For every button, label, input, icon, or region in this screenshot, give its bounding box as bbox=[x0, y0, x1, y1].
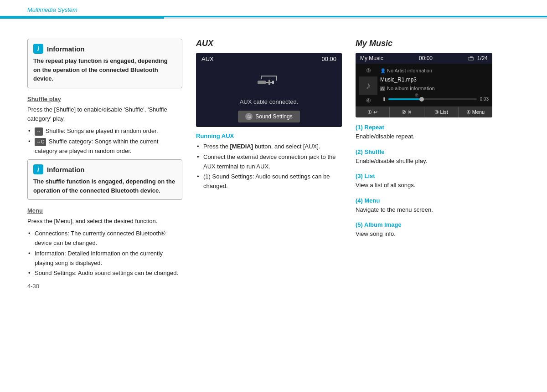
btn-repeat[interactable]: ① ↩ bbox=[356, 107, 390, 117]
menu-bullet-2: Information: Detailed information on the… bbox=[27, 249, 182, 268]
info-icon-1: i bbox=[33, 44, 43, 54]
page-number: 4-30 bbox=[27, 283, 182, 290]
menu-section-title: Menu bbox=[27, 207, 182, 214]
svg-rect-1 bbox=[266, 82, 268, 83]
svg-rect-4 bbox=[272, 81, 274, 84]
duration-display: 0:03 bbox=[478, 95, 489, 103]
info-box-1: i Information The repeat play function i… bbox=[27, 39, 182, 88]
mymusic-track-info: 👤 No Artist information Music_R1.mp3 A N… bbox=[380, 66, 489, 104]
aux-screen: AUX 00:00 AUX cab bbox=[196, 53, 342, 127]
mid-column: AUX AUX 00:00 bbox=[196, 39, 342, 290]
shuffle-icon-1: ↔ bbox=[35, 127, 43, 136]
aux-time: 00:00 bbox=[321, 56, 336, 62]
item-list: (3) List View a list of all songs. bbox=[356, 173, 520, 190]
info-box-2: i Information The shuffle function is en… bbox=[27, 159, 182, 200]
info-box-2-text: The shuffle function is engaged, dependi… bbox=[33, 177, 176, 195]
shuffle-section-title: Shuffle play bbox=[27, 96, 182, 102]
mymusic-btn-row: ① ↩ ② ✕ ③ List ④ Menu bbox=[356, 107, 492, 117]
main-content: i Information The repeat play function i… bbox=[0, 30, 547, 299]
item-menu: (4) Menu Navigate to the menu screen. bbox=[356, 197, 520, 214]
item-album-label: (5) Album Image bbox=[356, 221, 520, 228]
album-art: ♪ bbox=[359, 76, 377, 95]
svg-rect-9 bbox=[470, 56, 473, 58]
item-repeat-label: (1) Repeat bbox=[356, 124, 520, 131]
shuffle-bullets: ↔ Shuffle: Songs are played in random or… bbox=[27, 127, 182, 156]
aux-cable-text: AUX cable connected. bbox=[240, 98, 299, 105]
aux-screen-body: AUX cable connected. ① Sound Settings bbox=[196, 65, 342, 127]
progress-row: ⏸ ⑦ 0:03 bbox=[380, 95, 489, 104]
menu-bullet-1: Connections: The currently connected Blu… bbox=[27, 229, 182, 248]
left-column: i Information The repeat play function i… bbox=[27, 39, 182, 290]
mymusic-screen-header: My Music 00:00 1/24 bbox=[356, 53, 492, 64]
aux-bullet-3: (1) Sound Settings: Audio sound settings… bbox=[196, 172, 342, 191]
btn-shuffle[interactable]: ② ✕ bbox=[390, 107, 424, 117]
page-header: Multimedia System bbox=[0, 0, 547, 17]
item-menu-label: (4) Menu bbox=[356, 197, 520, 204]
mymusic-track-num: 1/24 bbox=[468, 55, 488, 61]
item-menu-desc: Navigate to the menu screen. bbox=[356, 205, 520, 214]
item-album: (5) Album Image View song info. bbox=[356, 221, 520, 239]
header-title: Multimedia System bbox=[27, 6, 520, 16]
item-repeat: (1) Repeat Enable/disable repeat. bbox=[356, 124, 520, 141]
info-box-2-title: i Information bbox=[33, 164, 176, 174]
mymusic-screen: My Music 00:00 1/24 ⑤ ♪ ⑥ bbox=[356, 53, 492, 117]
item-list-desc: View a list of all songs. bbox=[356, 181, 520, 190]
aux-bullets: Press the [MEDIA] button, and select [AU… bbox=[196, 142, 342, 191]
mymusic-time: 00:00 bbox=[419, 55, 433, 61]
menu-bullets: Connections: The currently connected Blu… bbox=[27, 229, 182, 278]
sound-btn-num: ① bbox=[245, 113, 253, 120]
item-repeat-desc: Enable/disable repeat. bbox=[356, 132, 520, 141]
aux-bullet-2: Connect the external device connection j… bbox=[196, 153, 342, 172]
aux-bullet-1: Press the [MEDIA] button, and select [AU… bbox=[196, 142, 342, 152]
artist-info: 👤 No Artist information bbox=[380, 66, 489, 75]
aux-sound-settings-btn[interactable]: ① Sound Settings bbox=[238, 111, 299, 122]
running-aux-title: Running AUX bbox=[196, 132, 342, 139]
shuffle-bullet-2: ↔C Shuffle category: Songs within the cu… bbox=[27, 137, 182, 156]
svg-rect-2 bbox=[268, 80, 270, 85]
aux-cable-icon bbox=[258, 74, 280, 94]
pause-btn[interactable]: ⏸ bbox=[380, 95, 387, 104]
mymusic-title: My Music bbox=[356, 39, 520, 48]
circle-7: ⑦ bbox=[415, 92, 418, 99]
mymusic-circle-5: ⑤ bbox=[364, 67, 372, 74]
info-icon-2: i bbox=[33, 164, 43, 174]
right-column: My Music My Music 00:00 1/24 ⑤ ♪ bbox=[356, 39, 520, 290]
item-album-desc: View song info. bbox=[356, 229, 520, 239]
mymusic-body: ⑤ ♪ ⑥ 👤 No Artist information Music_R1.m… bbox=[356, 64, 492, 107]
item-shuffle-desc: Enable/disable shuffle play. bbox=[356, 157, 520, 166]
aux-screen-header: AUX 00:00 bbox=[196, 53, 342, 65]
progress-thumb bbox=[419, 97, 424, 102]
progress-bar: ⑦ bbox=[388, 98, 477, 100]
album-info: A No album information bbox=[380, 84, 489, 93]
mymusic-side-controls: ⑤ ♪ ⑥ bbox=[359, 66, 377, 104]
song-name: Music_R1.mp3 bbox=[380, 75, 489, 84]
menu-body: Press the [Menu], and select the desired… bbox=[27, 217, 182, 226]
menu-bullet-3: Sound Settings: Audio sound settings can… bbox=[27, 269, 182, 278]
svg-rect-0 bbox=[258, 81, 266, 84]
btn-menu[interactable]: ④ Menu bbox=[459, 107, 492, 117]
item-shuffle-label: (2) Shuffle bbox=[356, 148, 520, 155]
mymusic-circle-6: ⑥ bbox=[366, 97, 371, 104]
header-divider bbox=[0, 17, 547, 19]
item-list-label: (3) List bbox=[356, 173, 520, 179]
info-box-1-text: The repeat play function is engaged, dep… bbox=[33, 56, 176, 83]
btn-list[interactable]: ③ List bbox=[424, 107, 459, 117]
mymusic-label: My Music bbox=[360, 55, 383, 61]
music-note-icon: ♪ bbox=[366, 80, 371, 92]
shuffle-bullet-1: ↔ Shuffle: Songs are played in random or… bbox=[27, 127, 182, 136]
shuffle-body: Press the [Shuffle] to enable/disable 'S… bbox=[27, 105, 182, 124]
shuffle-icon-2: ↔C bbox=[35, 138, 46, 146]
info-box-1-title: i Information bbox=[33, 44, 176, 54]
item-shuffle: (2) Shuffle Enable/disable shuffle play. bbox=[356, 148, 520, 166]
aux-label: AUX bbox=[201, 56, 214, 62]
aux-title: AUX bbox=[196, 39, 342, 48]
